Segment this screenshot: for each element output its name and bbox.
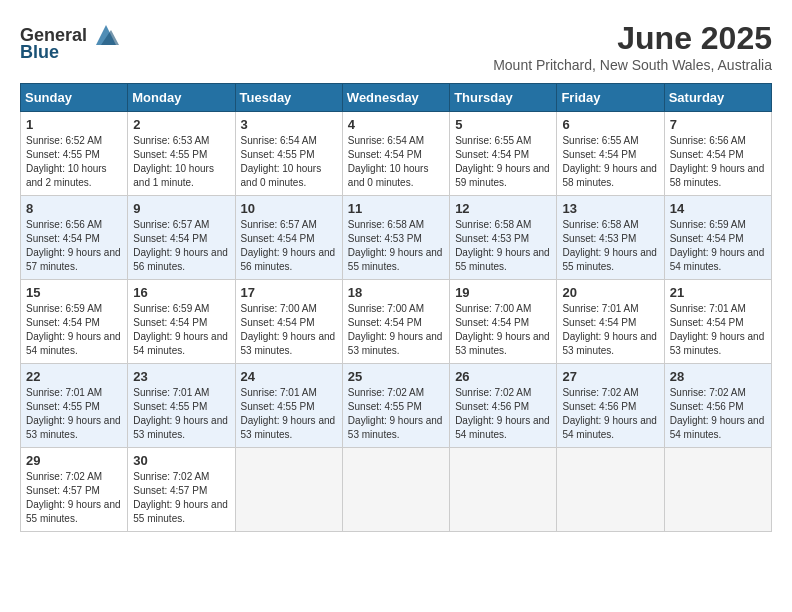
- day-info: Sunrise: 6:59 AMSunset: 4:54 PMDaylight:…: [133, 302, 229, 358]
- day-info: Sunrise: 6:54 AMSunset: 4:54 PMDaylight:…: [348, 134, 444, 190]
- calendar-cell: 11Sunrise: 6:58 AMSunset: 4:53 PMDayligh…: [342, 196, 449, 280]
- day-number: 30: [133, 453, 229, 468]
- calendar-cell: 6Sunrise: 6:55 AMSunset: 4:54 PMDaylight…: [557, 112, 664, 196]
- day-info: Sunrise: 6:55 AMSunset: 4:54 PMDaylight:…: [455, 134, 551, 190]
- day-number: 20: [562, 285, 658, 300]
- day-number: 26: [455, 369, 551, 384]
- calendar-cell: 19Sunrise: 7:00 AMSunset: 4:54 PMDayligh…: [450, 280, 557, 364]
- calendar-cell: 30Sunrise: 7:02 AMSunset: 4:57 PMDayligh…: [128, 448, 235, 532]
- day-header-friday: Friday: [557, 84, 664, 112]
- day-number: 10: [241, 201, 337, 216]
- calendar-week-1: 1Sunrise: 6:52 AMSunset: 4:55 PMDaylight…: [21, 112, 772, 196]
- day-info: Sunrise: 7:02 AMSunset: 4:57 PMDaylight:…: [133, 470, 229, 526]
- day-number: 7: [670, 117, 766, 132]
- day-header-tuesday: Tuesday: [235, 84, 342, 112]
- calendar-week-4: 22Sunrise: 7:01 AMSunset: 4:55 PMDayligh…: [21, 364, 772, 448]
- day-number: 11: [348, 201, 444, 216]
- day-info: Sunrise: 7:02 AMSunset: 4:55 PMDaylight:…: [348, 386, 444, 442]
- day-number: 5: [455, 117, 551, 132]
- calendar-table: SundayMondayTuesdayWednesdayThursdayFrid…: [20, 83, 772, 532]
- day-header-wednesday: Wednesday: [342, 84, 449, 112]
- calendar-cell: 9Sunrise: 6:57 AMSunset: 4:54 PMDaylight…: [128, 196, 235, 280]
- day-number: 29: [26, 453, 122, 468]
- calendar-cell: 20Sunrise: 7:01 AMSunset: 4:54 PMDayligh…: [557, 280, 664, 364]
- day-header-saturday: Saturday: [664, 84, 771, 112]
- day-info: Sunrise: 6:58 AMSunset: 4:53 PMDaylight:…: [348, 218, 444, 274]
- day-info: Sunrise: 7:02 AMSunset: 4:56 PMDaylight:…: [562, 386, 658, 442]
- day-number: 16: [133, 285, 229, 300]
- day-number: 1: [26, 117, 122, 132]
- day-number: 4: [348, 117, 444, 132]
- calendar-cell: 25Sunrise: 7:02 AMSunset: 4:55 PMDayligh…: [342, 364, 449, 448]
- day-number: 25: [348, 369, 444, 384]
- day-info: Sunrise: 6:55 AMSunset: 4:54 PMDaylight:…: [562, 134, 658, 190]
- day-info: Sunrise: 6:58 AMSunset: 4:53 PMDaylight:…: [455, 218, 551, 274]
- day-info: Sunrise: 6:59 AMSunset: 4:54 PMDaylight:…: [670, 218, 766, 274]
- day-number: 9: [133, 201, 229, 216]
- calendar-cell: 2Sunrise: 6:53 AMSunset: 4:55 PMDaylight…: [128, 112, 235, 196]
- day-number: 8: [26, 201, 122, 216]
- day-info: Sunrise: 7:01 AMSunset: 4:55 PMDaylight:…: [26, 386, 122, 442]
- calendar-cell: 7Sunrise: 6:56 AMSunset: 4:54 PMDaylight…: [664, 112, 771, 196]
- calendar-cell: 1Sunrise: 6:52 AMSunset: 4:55 PMDaylight…: [21, 112, 128, 196]
- day-info: Sunrise: 6:56 AMSunset: 4:54 PMDaylight:…: [26, 218, 122, 274]
- logo-blue-text: Blue: [20, 42, 59, 63]
- day-info: Sunrise: 6:57 AMSunset: 4:54 PMDaylight:…: [133, 218, 229, 274]
- calendar-cell: 14Sunrise: 6:59 AMSunset: 4:54 PMDayligh…: [664, 196, 771, 280]
- day-info: Sunrise: 7:02 AMSunset: 4:56 PMDaylight:…: [455, 386, 551, 442]
- header: General Blue June 2025 Mount Pritchard, …: [20, 20, 772, 73]
- day-info: Sunrise: 7:00 AMSunset: 4:54 PMDaylight:…: [241, 302, 337, 358]
- calendar-cell: [664, 448, 771, 532]
- day-number: 17: [241, 285, 337, 300]
- day-info: Sunrise: 6:54 AMSunset: 4:55 PMDaylight:…: [241, 134, 337, 190]
- day-info: Sunrise: 7:01 AMSunset: 4:54 PMDaylight:…: [670, 302, 766, 358]
- day-info: Sunrise: 7:01 AMSunset: 4:55 PMDaylight:…: [241, 386, 337, 442]
- calendar-cell: [450, 448, 557, 532]
- day-info: Sunrise: 7:01 AMSunset: 4:55 PMDaylight:…: [133, 386, 229, 442]
- calendar-cell: 8Sunrise: 6:56 AMSunset: 4:54 PMDaylight…: [21, 196, 128, 280]
- calendar-cell: 22Sunrise: 7:01 AMSunset: 4:55 PMDayligh…: [21, 364, 128, 448]
- calendar-cell: [235, 448, 342, 532]
- calendar-cell: 16Sunrise: 6:59 AMSunset: 4:54 PMDayligh…: [128, 280, 235, 364]
- calendar-cell: 3Sunrise: 6:54 AMSunset: 4:55 PMDaylight…: [235, 112, 342, 196]
- calendar-cell: 23Sunrise: 7:01 AMSunset: 4:55 PMDayligh…: [128, 364, 235, 448]
- day-number: 2: [133, 117, 229, 132]
- calendar-cell: 21Sunrise: 7:01 AMSunset: 4:54 PMDayligh…: [664, 280, 771, 364]
- day-header-thursday: Thursday: [450, 84, 557, 112]
- calendar-cell: [557, 448, 664, 532]
- day-info: Sunrise: 7:00 AMSunset: 4:54 PMDaylight:…: [455, 302, 551, 358]
- calendar-cell: 27Sunrise: 7:02 AMSunset: 4:56 PMDayligh…: [557, 364, 664, 448]
- month-title: June 2025: [493, 20, 772, 57]
- calendar-cell: 15Sunrise: 6:59 AMSunset: 4:54 PMDayligh…: [21, 280, 128, 364]
- calendar-cell: [342, 448, 449, 532]
- calendar-cell: 17Sunrise: 7:00 AMSunset: 4:54 PMDayligh…: [235, 280, 342, 364]
- day-info: Sunrise: 6:56 AMSunset: 4:54 PMDaylight:…: [670, 134, 766, 190]
- day-info: Sunrise: 6:53 AMSunset: 4:55 PMDaylight:…: [133, 134, 229, 190]
- day-info: Sunrise: 7:02 AMSunset: 4:57 PMDaylight:…: [26, 470, 122, 526]
- calendar-cell: 5Sunrise: 6:55 AMSunset: 4:54 PMDaylight…: [450, 112, 557, 196]
- calendar-week-3: 15Sunrise: 6:59 AMSunset: 4:54 PMDayligh…: [21, 280, 772, 364]
- location-title: Mount Pritchard, New South Wales, Austra…: [493, 57, 772, 73]
- day-header-monday: Monday: [128, 84, 235, 112]
- day-number: 18: [348, 285, 444, 300]
- day-info: Sunrise: 7:01 AMSunset: 4:54 PMDaylight:…: [562, 302, 658, 358]
- calendar-header-row: SundayMondayTuesdayWednesdayThursdayFrid…: [21, 84, 772, 112]
- day-number: 24: [241, 369, 337, 384]
- title-section: June 2025 Mount Pritchard, New South Wal…: [493, 20, 772, 73]
- day-info: Sunrise: 6:59 AMSunset: 4:54 PMDaylight:…: [26, 302, 122, 358]
- day-info: Sunrise: 7:02 AMSunset: 4:56 PMDaylight:…: [670, 386, 766, 442]
- day-number: 19: [455, 285, 551, 300]
- day-header-sunday: Sunday: [21, 84, 128, 112]
- day-number: 12: [455, 201, 551, 216]
- calendar-cell: 24Sunrise: 7:01 AMSunset: 4:55 PMDayligh…: [235, 364, 342, 448]
- calendar-week-5: 29Sunrise: 7:02 AMSunset: 4:57 PMDayligh…: [21, 448, 772, 532]
- day-number: 13: [562, 201, 658, 216]
- calendar-cell: 28Sunrise: 7:02 AMSunset: 4:56 PMDayligh…: [664, 364, 771, 448]
- day-number: 3: [241, 117, 337, 132]
- calendar-cell: 4Sunrise: 6:54 AMSunset: 4:54 PMDaylight…: [342, 112, 449, 196]
- logo-icon: [91, 20, 121, 50]
- calendar-cell: 12Sunrise: 6:58 AMSunset: 4:53 PMDayligh…: [450, 196, 557, 280]
- day-info: Sunrise: 7:00 AMSunset: 4:54 PMDaylight:…: [348, 302, 444, 358]
- day-info: Sunrise: 6:58 AMSunset: 4:53 PMDaylight:…: [562, 218, 658, 274]
- calendar-cell: 29Sunrise: 7:02 AMSunset: 4:57 PMDayligh…: [21, 448, 128, 532]
